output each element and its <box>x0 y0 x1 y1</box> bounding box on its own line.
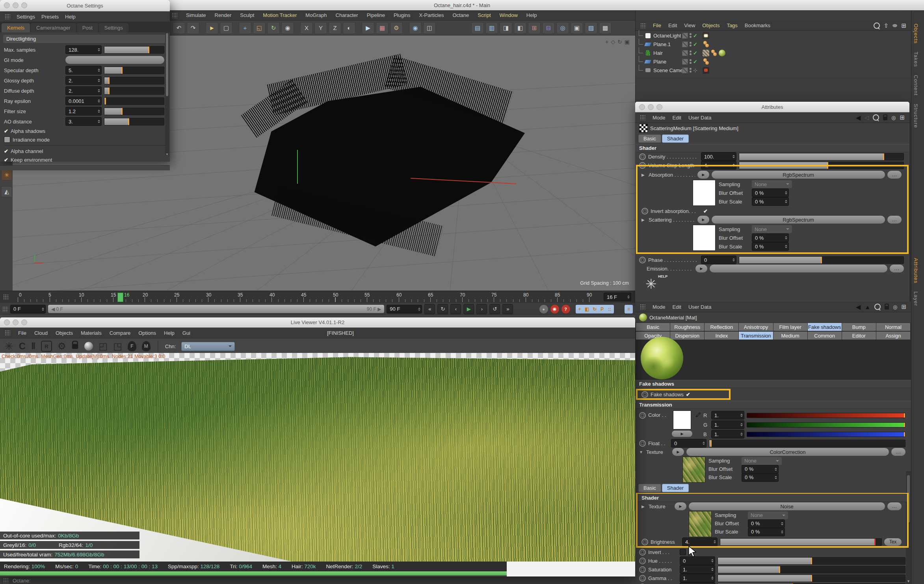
scattering-shader-button[interactable]: RgbSpectrum <box>712 216 885 224</box>
gamma-input[interactable]: 1. <box>680 574 715 582</box>
menu-x-particles[interactable]: X-Particles <box>419 12 444 18</box>
brightness-slider[interactable] <box>720 538 882 546</box>
vp-display-icon-6[interactable]: ⊟ <box>542 22 555 34</box>
menu-sculpt[interactable]: Sculpt <box>240 12 254 18</box>
g-input[interactable]: 1. <box>711 420 744 429</box>
lock-resolution-icon[interactable] <box>72 344 78 349</box>
box-selection-icon[interactable]: ▢ <box>220 22 232 34</box>
om-path-up-icon[interactable]: ⇧ <box>884 22 889 29</box>
texture-sampling-dropdown[interactable]: None <box>742 457 782 465</box>
texture-more-button[interactable]: ... <box>891 448 905 456</box>
material-manager-icon[interactable]: ◉ <box>409 22 422 34</box>
attributes-titlebar[interactable]: Attributes <box>635 102 909 112</box>
mat-tab-transmission[interactable]: Transmission <box>739 332 773 340</box>
play-button[interactable]: ▶ <box>463 304 474 314</box>
ray-epsilon-input[interactable]: 0.0001 <box>65 97 102 105</box>
settings-gear-icon[interactable]: ⚙ <box>58 341 66 352</box>
mat-sub-tab-basic[interactable]: Basic <box>638 484 661 492</box>
color-arrow-button[interactable]: ▶ <box>672 431 692 437</box>
lv-menu-materials[interactable]: Materials <box>81 330 102 336</box>
mat-search-icon[interactable] <box>874 304 881 310</box>
attr-tab-shader[interactable]: Shader <box>662 134 689 143</box>
saturation-slider[interactable] <box>718 566 905 573</box>
keyframe-dot-icon[interactable] <box>639 566 646 573</box>
specular-depth-input[interactable]: 5. <box>65 66 102 75</box>
hue-slider[interactable] <box>718 557 905 565</box>
range-start-input[interactable]: 0 F <box>10 305 46 313</box>
texture2-shader-button[interactable]: Noise <box>689 502 885 510</box>
noise-thumbnail[interactable] <box>689 511 712 537</box>
layer-box-icon[interactable] <box>682 67 688 73</box>
channel-dropdown[interactable]: DL <box>181 342 235 351</box>
tab-post[interactable]: Post <box>77 23 98 32</box>
lv-menu-gui[interactable]: Gui <box>182 330 190 336</box>
pause-render-icon[interactable]: Ⅱ <box>31 341 35 351</box>
b-input[interactable]: 1. <box>711 430 744 438</box>
attr-menu-userdata[interactable]: User Data <box>688 115 712 121</box>
tab-cameraimager[interactable]: CameraImager <box>31 23 76 32</box>
layer-box-icon[interactable] <box>682 59 688 65</box>
ray-epsilon-slider[interactable] <box>104 97 164 105</box>
render-view-icon[interactable]: ▶ <box>362 22 374 34</box>
vp-display-icon-7[interactable]: ◎ <box>556 22 569 34</box>
layer-box-icon[interactable] <box>682 33 688 39</box>
r-input[interactable]: 1. <box>711 411 744 420</box>
enabled-check-icon[interactable]: ✓ <box>693 41 697 47</box>
octane-settings-titlebar[interactable]: Octane Settings <box>0 0 170 11</box>
float-slider[interactable] <box>709 440 905 447</box>
hair-material-tag-icon[interactable] <box>703 50 709 56</box>
gizmo-zoom-icon[interactable]: ◇ <box>611 39 615 45</box>
mat-menu-userdata[interactable]: User Data <box>688 304 712 310</box>
menu-simulate[interactable]: Simulate <box>186 12 206 18</box>
mat-tab-roughness[interactable]: Roughness <box>670 323 704 331</box>
emission-shader-button[interactable] <box>710 265 887 272</box>
history-forward-icon[interactable]: ◁ <box>865 114 869 121</box>
gizmo-pan-icon[interactable]: + <box>605 39 608 45</box>
lv-menu-objects[interactable]: Objects <box>56 330 73 336</box>
hue-input[interactable]: 0 <box>680 556 715 565</box>
texture-arrow-button[interactable]: ▶ <box>672 448 684 456</box>
mat-tab-assign[interactable]: Assign <box>876 332 910 340</box>
key-pla-toggle[interactable]: :: <box>606 305 613 313</box>
texture2-more-button[interactable]: ... <box>887 502 902 510</box>
vp-display-icon-10[interactable]: ▩ <box>599 22 612 34</box>
crosshair-icon[interactable]: ⊹ <box>693 67 697 73</box>
om-filter-icon[interactable] <box>892 24 897 27</box>
material-tag-icon[interactable] <box>719 50 725 56</box>
sidebar-tab-layer[interactable]: Layer <box>911 287 920 310</box>
om-grip-icon[interactable] <box>640 23 646 28</box>
ao-distance-slider[interactable] <box>104 118 164 125</box>
mat-tab-anisotropy[interactable]: Anisotropy <box>739 323 773 331</box>
octane-objecttag-icon[interactable] <box>703 58 710 65</box>
om-menu-bookmarks[interactable]: Bookmarks <box>745 22 770 28</box>
attr-menu-edit[interactable]: Edit <box>673 115 681 121</box>
menu-character[interactable]: Character <box>336 12 358 18</box>
transmission-color-swatch[interactable] <box>673 410 691 429</box>
mat-tab-common[interactable]: Common <box>808 332 842 340</box>
scale-tool-icon[interactable]: ◱ <box>253 22 266 34</box>
render-area[interactable]: Check:0ms./0ms. MeshGen:0ms. Update[M]:0… <box>0 353 635 562</box>
om-add-icon[interactable]: ⊞ <box>901 22 906 29</box>
os-scrollbar[interactable]: ▼ <box>165 32 169 155</box>
move-tool-icon[interactable]: + <box>239 22 251 34</box>
mat-tab-reflection[interactable]: Reflection <box>705 323 738 331</box>
mat-tab-fake-shadows[interactable]: Fake shadows <box>808 323 842 331</box>
keyframe-dot-icon[interactable] <box>639 412 646 419</box>
enabled-check-icon[interactable]: ✓ <box>693 50 697 56</box>
mat-tab-normal[interactable]: Normal <box>876 323 910 331</box>
vp-display-icon-1[interactable]: ▤ <box>471 22 484 34</box>
texture2-arrow-button[interactable]: ▶ <box>675 502 686 510</box>
playhead[interactable] <box>117 293 123 302</box>
om-menu-edit[interactable]: Edit <box>668 22 677 28</box>
gi-mode-dropdown[interactable] <box>65 56 164 64</box>
brightness-input[interactable]: 4. <box>682 537 718 546</box>
sidebar-tab-objects[interactable]: Objects <box>911 20 920 48</box>
light-tag-icon[interactable] <box>703 32 709 39</box>
g-gradient-slider[interactable] <box>747 422 905 427</box>
keyframe-dot-icon[interactable] <box>641 539 648 545</box>
diffuse-depth-input[interactable]: 2. <box>65 86 102 95</box>
mat-lock-icon[interactable] <box>885 306 889 310</box>
mat-tab-editor[interactable]: Editor <box>842 332 876 340</box>
attr-new-window-icon[interactable]: ⊞ <box>900 114 905 121</box>
scattering-blur-offset-input[interactable]: 0 % <box>752 233 789 242</box>
